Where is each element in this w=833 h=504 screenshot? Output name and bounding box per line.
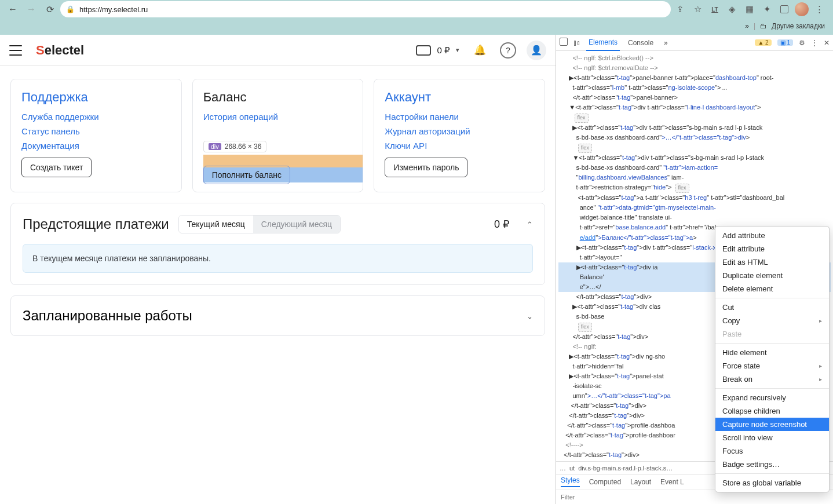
ctx-capture-screenshot[interactable]: Capture node screenshot — [715, 418, 829, 431]
link-documentation[interactable]: Документация — [21, 141, 171, 151]
tab-elements[interactable]: Elements — [586, 35, 620, 51]
forward-button[interactable]: → — [23, 1, 39, 17]
menu-button[interactable] — [9, 45, 22, 56]
ctx-scroll-into-view[interactable]: Scroll into view — [715, 431, 829, 444]
card-account: Аккаунт Настройки панели Журнал авториза… — [374, 79, 545, 192]
ctx-hide[interactable]: Hide element — [715, 346, 829, 359]
devtools-tabs: ⫿⫾ Elements Console » ▲ 2 ▣ 1 ⚙ ⋮ ✕ — [556, 35, 833, 51]
profile-avatar[interactable] — [795, 2, 809, 16]
card-support: Поддержка Служба поддержки Статус панель… — [10, 79, 182, 192]
inspector-highlight: div 268.66 × 36 Пополнить баланс — [203, 155, 363, 182]
tab-more[interactable]: » — [662, 35, 670, 50]
tab-layout[interactable]: Layout — [630, 478, 651, 486]
close-icon[interactable]: ✕ — [824, 39, 830, 47]
bookmarks-overflow[interactable]: » — [745, 22, 749, 30]
styles-filter-input[interactable] — [561, 494, 828, 501]
star-icon[interactable]: ☆ — [690, 2, 704, 16]
context-menu: Add attribute Edit attribute Edit as HTM… — [715, 226, 830, 492]
devtools-panel: ⫿⫾ Elements Console » ▲ 2 ▣ 1 ⚙ ⋮ ✕ <!--… — [556, 35, 833, 504]
scheduled-works-panel: Запланированные работы ⌃ — [10, 295, 545, 336]
payments-amount: 0 ₽ — [494, 218, 509, 231]
create-ticket-button[interactable]: Создать тикет — [21, 158, 92, 177]
ctx-badge[interactable]: Badge settings… — [715, 458, 829, 471]
warnings-badge[interactable]: ▲ 2 — [755, 39, 771, 46]
selectel-logo[interactable]: Selectel — [36, 43, 84, 58]
change-password-button[interactable]: Изменить пароль — [385, 158, 467, 177]
ext-lt-icon[interactable]: LT — [708, 2, 722, 16]
ctx-edit-html[interactable]: Edit as HTML — [715, 255, 829, 269]
month-segmented: Текущий месяц Следующий месяц — [178, 215, 341, 233]
devtools-menu-icon[interactable]: ⋮ — [811, 39, 818, 47]
link-history[interactable]: История операций — [203, 112, 353, 122]
ctx-edit-attribute[interactable]: Edit attribute — [715, 242, 829, 255]
help-icon[interactable]: ? — [500, 42, 516, 59]
upcoming-payments-panel: Предстоящие платежи Текущий месяц Следую… — [10, 203, 545, 285]
ctx-break-on[interactable]: Break on▸ — [715, 372, 829, 386]
tab-computed[interactable]: Computed — [589, 478, 621, 486]
bell-icon[interactable]: 🔔 — [470, 41, 489, 60]
balance-chip[interactable]: 0 ₽ ▾ — [416, 45, 459, 56]
reload-button[interactable]: ⟳ — [42, 1, 58, 17]
url-text: https://my.selectel.ru — [79, 5, 148, 14]
errors-badge[interactable]: ▣ 1 — [777, 39, 793, 46]
divider: | — [754, 22, 755, 30]
ctx-force-state[interactable]: Force state▸ — [715, 359, 829, 372]
chrome-menu-icon[interactable]: ⋮ — [812, 2, 826, 16]
scheduled-title: Запланированные работы — [23, 308, 192, 324]
extensions-icon[interactable]: ✦ — [760, 2, 774, 16]
ctx-copy[interactable]: Copy▸ — [715, 314, 829, 327]
ext-tag-icon[interactable]: ◈ — [725, 2, 739, 16]
link-auth-log[interactable]: Журнал авторизаций — [385, 126, 534, 136]
address-bar[interactable]: 🔒 https://my.selectel.ru — [60, 1, 671, 17]
ctx-focus[interactable]: Focus — [715, 444, 829, 458]
tab-current-month[interactable]: Текущий месяц — [179, 216, 253, 233]
ext-grid-icon[interactable]: ▦ — [743, 2, 757, 16]
ctx-store[interactable]: Store as global variable — [715, 476, 829, 490]
side-panel-icon[interactable] — [777, 2, 791, 16]
chevron-down-icon[interactable]: ⌃ — [527, 312, 533, 320]
chevron-up-icon[interactable]: ⌃ — [527, 220, 533, 229]
app-header: Selectel 0 ₽ ▾ 🔔 ? 👤 — [0, 35, 556, 66]
tab-styles[interactable]: Styles — [561, 476, 580, 487]
link-api-keys[interactable]: Ключи API — [385, 141, 534, 151]
ctx-expand[interactable]: Expand recursively — [715, 391, 829, 404]
tab-event-listeners[interactable]: Event L — [660, 478, 684, 486]
tab-console[interactable]: Console — [626, 35, 656, 50]
card-support-title[interactable]: Поддержка — [21, 90, 171, 105]
ctx-collapse[interactable]: Collapse children — [715, 404, 829, 418]
link-support-service[interactable]: Служба поддержки — [21, 112, 171, 122]
link-panel-settings[interactable]: Настройки панели — [385, 112, 534, 122]
user-button[interactable]: 👤 — [527, 41, 546, 60]
other-bookmarks[interactable]: Другие закладки — [772, 22, 825, 30]
payments-title: Предстоящие платежи — [23, 216, 169, 232]
lock-icon: 🔒 — [66, 5, 75, 13]
gear-icon[interactable]: ⚙ — [799, 39, 805, 47]
card-account-title[interactable]: Аккаунт — [385, 90, 534, 105]
card-icon — [416, 45, 431, 56]
topup-balance-button[interactable]: Пополнить баланс — [203, 166, 290, 184]
inspect-icon[interactable] — [560, 38, 568, 48]
share-icon[interactable]: ⇪ — [673, 2, 687, 16]
back-button[interactable]: ← — [5, 1, 21, 17]
ctx-delete[interactable]: Delete element — [715, 282, 829, 295]
tab-next-month[interactable]: Следующий месяц — [253, 216, 341, 233]
device-icon[interactable]: ⫿⫾ — [573, 39, 580, 47]
payments-empty-info: В текущем месяце платежи не запланирован… — [23, 244, 533, 273]
ctx-cut[interactable]: Cut — [715, 301, 829, 314]
card-balance-title[interactable]: Баланс — [203, 90, 353, 105]
chevron-down-icon: ▾ — [456, 46, 459, 54]
ctx-add-attribute[interactable]: Add attribute — [715, 229, 829, 242]
ctx-paste: Paste — [715, 327, 829, 341]
ctx-duplicate[interactable]: Duplicate element — [715, 269, 829, 282]
link-status-panel[interactable]: Статус панель — [21, 126, 171, 136]
balance-value: 0 ₽ — [437, 45, 450, 56]
card-balance: Баланс История операций Отчётные докумен… — [192, 79, 364, 192]
dimension-tooltip: div 268.66 × 36 — [203, 141, 267, 152]
folder-icon: 🗀 — [760, 22, 767, 30]
